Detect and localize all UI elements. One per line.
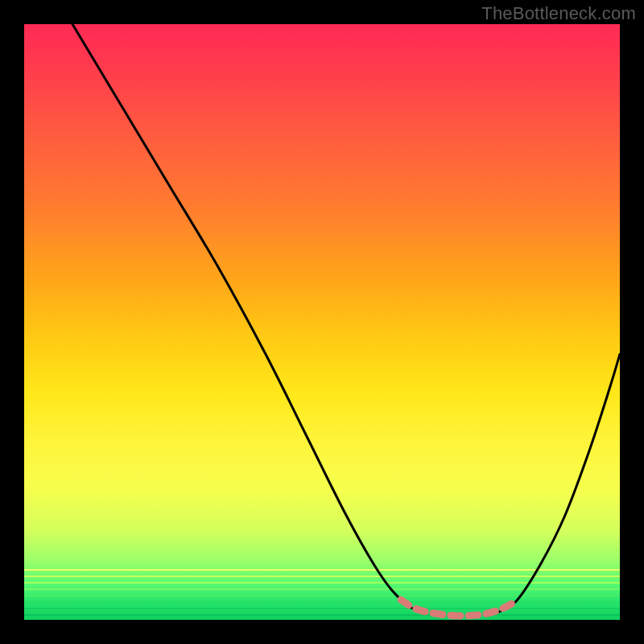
chart-frame: TheBottleneck.com	[0, 0, 644, 644]
curve-overlay	[0, 0, 644, 644]
trough-marker	[401, 600, 517, 616]
curve-right	[499, 354, 620, 612]
curve-left	[72, 24, 419, 612]
watermark-text: TheBottleneck.com	[481, 3, 636, 24]
